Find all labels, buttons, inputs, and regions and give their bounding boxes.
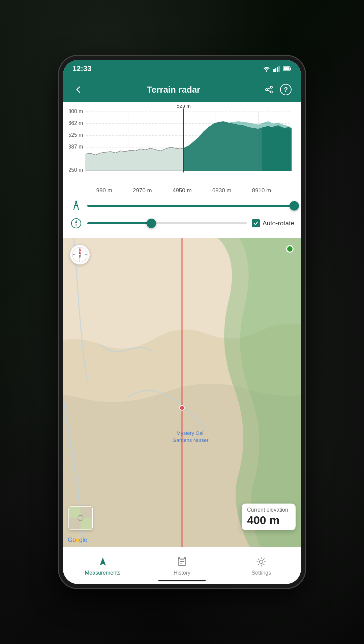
help-button[interactable]: ? bbox=[277, 81, 294, 98]
svg-rect-56 bbox=[184, 557, 186, 559]
home-indicator bbox=[158, 580, 206, 581]
svg-text:525 m: 525 m bbox=[69, 132, 83, 138]
svg-rect-3 bbox=[277, 67, 278, 72]
place-label-1: Mystery Oal' Gardens Nurser bbox=[173, 429, 209, 444]
map-section[interactable]: N Mystery Oal' Gardens Nurser bbox=[63, 238, 301, 547]
svg-rect-7 bbox=[283, 67, 290, 70]
nav-measurements[interactable]: Measurements bbox=[63, 553, 142, 579]
status-time: 12:33 bbox=[72, 64, 91, 73]
status-bar: 12:33 bbox=[63, 60, 301, 77]
direction-icon bbox=[70, 217, 83, 230]
direction-slider[interactable] bbox=[87, 222, 247, 224]
nav-settings[interactable]: Settings bbox=[222, 553, 301, 579]
svg-rect-6 bbox=[290, 68, 291, 70]
auto-rotate-label: Auto-rotate bbox=[263, 220, 294, 227]
x-label-2: 2970 m bbox=[133, 187, 152, 194]
svg-point-9 bbox=[270, 91, 272, 93]
chart-x-labels: 990 m 2970 m 4950 m 6930 m 8910 m bbox=[69, 186, 295, 196]
compass-widget[interactable]: N bbox=[70, 245, 90, 265]
page-title: Terrain radar bbox=[87, 85, 261, 95]
x-label-3: 4950 m bbox=[173, 187, 192, 194]
auto-rotate-control[interactable]: Auto-rotate bbox=[252, 219, 294, 227]
nav-history-label: History bbox=[174, 570, 190, 576]
back-button[interactable] bbox=[70, 81, 87, 98]
nav-history[interactable]: History bbox=[142, 553, 221, 579]
svg-text:523 m: 523 m bbox=[177, 105, 190, 109]
elevation-card: Current elevation 400 m bbox=[242, 504, 296, 530]
elevation-label: Current elevation bbox=[247, 507, 290, 513]
slider2-row: Auto-rotate bbox=[70, 217, 294, 230]
nav-settings-label: Settings bbox=[251, 570, 271, 576]
history-icon bbox=[176, 556, 188, 568]
signal-icon bbox=[273, 66, 280, 72]
status-icons bbox=[263, 66, 292, 72]
svg-point-35 bbox=[75, 201, 77, 202]
svg-line-11 bbox=[268, 88, 270, 89]
destination-marker bbox=[286, 245, 294, 253]
svg-line-12 bbox=[268, 90, 270, 92]
chart-container: 800 m 662 m 525 m 387 m 250 m 523 m bbox=[69, 105, 295, 186]
controls-section: Auto-rotate bbox=[63, 196, 301, 238]
svg-point-57 bbox=[260, 560, 263, 564]
svg-marker-50 bbox=[100, 557, 106, 566]
svg-rect-4 bbox=[278, 66, 280, 72]
google-logo: Google bbox=[68, 537, 87, 544]
battery-icon bbox=[283, 66, 292, 71]
svg-point-10 bbox=[266, 89, 268, 91]
x-label-1: 990 m bbox=[96, 187, 112, 194]
map-layer-thumbnail[interactable] bbox=[68, 506, 93, 530]
chart-section: 800 m 662 m 525 m 387 m 250 m 523 m bbox=[63, 102, 301, 196]
current-position-marker bbox=[179, 405, 185, 411]
svg-text:662 m: 662 m bbox=[69, 120, 83, 126]
svg-rect-2 bbox=[275, 68, 276, 72]
phone-frame: 12:33 bbox=[59, 56, 305, 588]
slider1-row bbox=[70, 199, 294, 212]
compass-icon bbox=[70, 199, 83, 212]
svg-text:250 m: 250 m bbox=[69, 167, 83, 173]
auto-rotate-checkbox[interactable] bbox=[252, 219, 260, 227]
svg-text:800 m: 800 m bbox=[69, 108, 83, 114]
nav-measurements-label: Measurements bbox=[85, 570, 121, 576]
svg-rect-1 bbox=[273, 69, 275, 72]
svg-text:?: ? bbox=[284, 86, 288, 93]
svg-rect-55 bbox=[178, 557, 180, 559]
bottom-nav: Measurements History bbox=[63, 547, 301, 584]
elevation-value: 400 m bbox=[247, 514, 290, 527]
terrain-line bbox=[182, 238, 183, 547]
settings-icon bbox=[255, 556, 267, 568]
x-label-5: 8910 m bbox=[252, 187, 271, 194]
phone-screen: 12:33 bbox=[63, 60, 301, 584]
share-button[interactable] bbox=[261, 81, 277, 98]
top-bar: Terrain radar ? bbox=[63, 77, 301, 102]
x-label-4: 6930 m bbox=[212, 187, 232, 194]
svg-point-8 bbox=[270, 86, 272, 88]
chart-svg: 800 m 662 m 525 m 387 m 250 m 523 m bbox=[69, 105, 295, 186]
distance-slider[interactable] bbox=[87, 205, 294, 207]
measurements-icon bbox=[97, 556, 109, 568]
svg-point-0 bbox=[266, 70, 267, 72]
svg-text:387 m: 387 m bbox=[69, 144, 83, 150]
wifi-icon bbox=[263, 66, 271, 72]
